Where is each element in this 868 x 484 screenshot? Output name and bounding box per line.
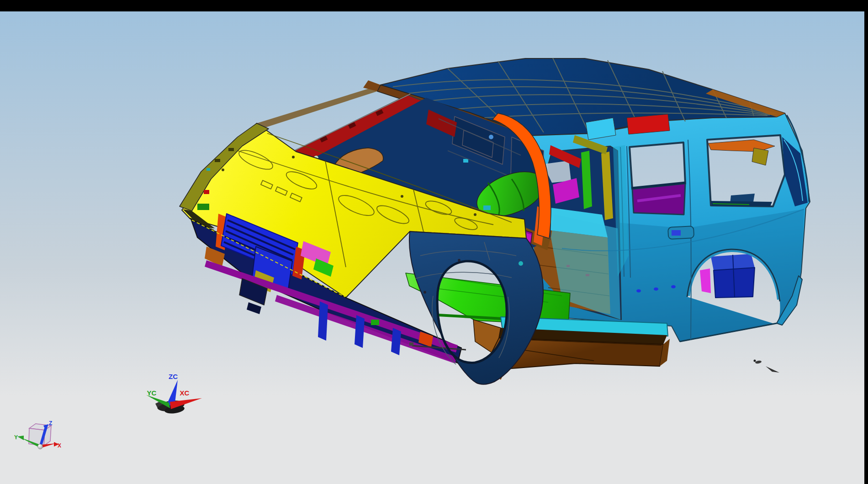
wcs-x-label: XC	[180, 389, 190, 397]
wcs-y-label: YC	[147, 389, 157, 397]
datum-y-label: Y	[14, 434, 18, 441]
roof-rail-red-piece[interactable]	[627, 114, 670, 134]
top-black-bar	[0, 0, 868, 11]
tip-red-clip	[204, 190, 209, 194]
interior-cyan-bit	[463, 159, 468, 163]
lower-green-bit	[371, 320, 379, 325]
graphics-viewport[interactable]: ZC YC XC Z Y X	[0, 0, 868, 484]
door-handle-glyph	[672, 230, 681, 236]
datum-z-label: Z	[49, 420, 52, 426]
wcs-z-label: ZC	[169, 373, 178, 380]
interior-blue-dot	[489, 135, 493, 139]
wheelhouse-teal-clip	[483, 205, 491, 210]
tip-green-bit	[197, 204, 209, 210]
datum-origin-sphere[interactable]	[38, 444, 43, 449]
tip-teal-bit	[206, 168, 210, 171]
datum-x-label: X	[58, 442, 61, 449]
rear-door-window[interactable]	[630, 142, 685, 215]
right-black-bar	[864, 11, 868, 484]
cad-application-window: ZC YC XC Z Y X	[0, 0, 868, 484]
quarter-window[interactable]	[707, 135, 785, 206]
fender-teal-hole	[519, 261, 523, 266]
